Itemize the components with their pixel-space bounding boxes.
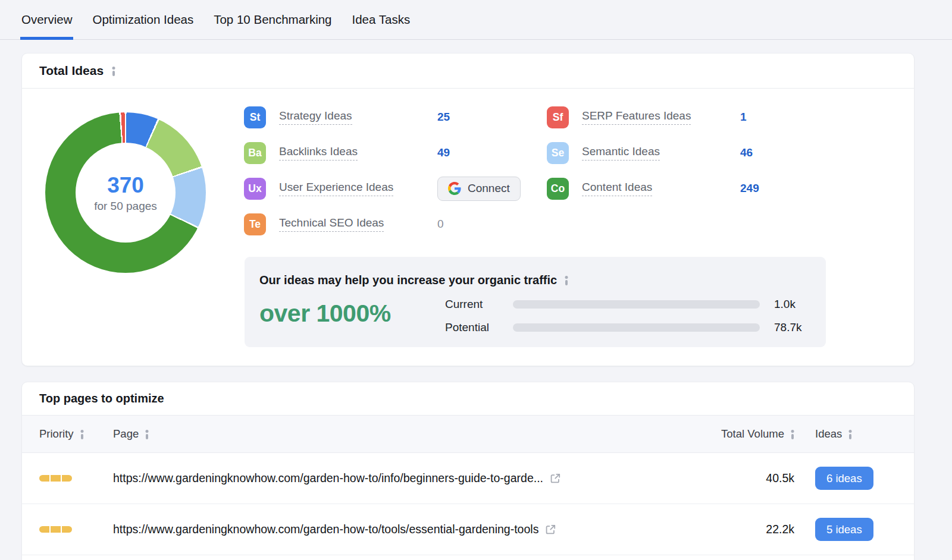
info-icon[interactable]	[790, 429, 794, 439]
total-volume-header-label: Total Volume	[721, 427, 784, 441]
total-volume-value: 40.5k	[766, 471, 794, 485]
info-icon[interactable]	[111, 66, 115, 76]
ideas-header-label: Ideas	[815, 427, 842, 441]
page-header-label: Page	[113, 427, 139, 441]
total-ideas-body: 370 for 50 pages St Strategy Ideas 25 Ba…	[22, 89, 914, 366]
serp-features-ideas-count: 1	[740, 111, 747, 124]
traffic-heading: Our ideas may help you increase your org…	[259, 273, 568, 287]
page-url-link[interactable]: https://www.gardeningknowhow.com/garden-…	[113, 523, 538, 536]
current-bar-track	[513, 300, 760, 309]
semantic-ideas-link[interactable]: Semantic Ideas	[582, 145, 660, 161]
priority-indicator	[39, 475, 72, 482]
semantic-ideas-count: 46	[740, 146, 753, 159]
strategy-ideas-count: 25	[437, 111, 450, 124]
current-traffic-row: Current 1.0k	[445, 292, 801, 316]
donut-subtitle: for 50 pages	[94, 200, 157, 213]
donut-center: 370 for 50 pages	[76, 143, 176, 243]
backlinks-ideas-link[interactable]: Backlinks Ideas	[279, 145, 358, 161]
potential-value: 78.7k	[774, 321, 801, 334]
serp-features-ideas-badge: Sf	[547, 106, 569, 128]
info-icon[interactable]	[564, 275, 568, 285]
priority-indicator	[39, 526, 72, 533]
content-ideas-count: 249	[740, 182, 759, 195]
traffic-heading-text: Our ideas may help you increase your org…	[259, 273, 557, 287]
page-url-link[interactable]: https://www.gardeningknowhow.com/garden-…	[113, 471, 543, 485]
connect-button-label: Connect	[468, 182, 510, 195]
connect-google-button[interactable]: Connect	[437, 177, 521, 201]
technical-seo-ideas-badge: Te	[244, 213, 266, 235]
traffic-increase-highlight: over 1000%	[259, 300, 391, 328]
table-row: https://www.gardeningknowhow.com/garden-…	[22, 504, 914, 555]
ideas-count-button[interactable]: 5 ideas	[815, 518, 873, 541]
table-row: https://www.gardeningknowhow.com/garden-…	[22, 453, 914, 504]
potential-label: Potential	[445, 321, 513, 334]
potential-bar-track	[513, 323, 760, 332]
strategy-ideas-link[interactable]: Strategy Ideas	[279, 109, 352, 125]
strategy-ideas-badge: St	[244, 106, 266, 128]
info-icon[interactable]	[848, 429, 852, 439]
donut-total-value: 370	[107, 173, 144, 198]
external-link-icon[interactable]	[549, 472, 562, 485]
column-header-total-volume: Total Volume	[705, 427, 794, 441]
legend-column-right: Sf SERP Features Ideas 1 Se Semantic Ide…	[547, 99, 759, 206]
semantic-ideas-badge: Se	[547, 142, 569, 164]
user-experience-ideas-badge: Ux	[244, 178, 266, 200]
google-logo-icon	[448, 182, 461, 195]
backlinks-ideas-count: 49	[437, 146, 450, 159]
total-ideas-header: Total Ideas	[22, 54, 914, 89]
top-pages-header: Top pages to optimize	[22, 382, 914, 415]
ideas-count-button[interactable]: 6 ideas	[815, 467, 873, 490]
legend-item-technical-seo: Te Technical SEO Ideas 0	[244, 206, 521, 242]
traffic-bars: Current 1.0k Potential 78.7k	[445, 292, 801, 339]
organic-traffic-panel: Our ideas may help you increase your org…	[245, 257, 826, 347]
total-ideas-card: Total Ideas 370 for 50 pages St Strategy…	[21, 53, 915, 366]
table-header-row: Priority Page Total Volume Ideas	[22, 415, 914, 453]
legend-item-content: Co Content Ideas 249	[547, 171, 759, 206]
priority-header-label: Priority	[39, 427, 74, 441]
info-icon[interactable]	[145, 429, 149, 439]
total-ideas-title: Total Ideas	[39, 64, 104, 78]
ideas-donut-chart: 370 for 50 pages	[45, 112, 206, 273]
legend-item-semantic: Se Semantic Ideas 46	[547, 135, 759, 171]
current-label: Current	[445, 298, 513, 311]
potential-traffic-row: Potential 78.7k	[445, 316, 801, 339]
legend-item-serp-features: Sf SERP Features Ideas 1	[547, 99, 759, 135]
technical-seo-ideas-count: 0	[437, 218, 444, 231]
column-header-page: Page	[113, 427, 705, 441]
content-ideas-link[interactable]: Content Ideas	[582, 181, 652, 196]
column-header-priority: Priority	[39, 427, 113, 441]
tab-optimization-ideas[interactable]: Optimization Ideas	[92, 0, 193, 39]
tab-idea-tasks[interactable]: Idea Tasks	[352, 0, 411, 39]
tab-bar: Overview Optimization Ideas Top 10 Bench…	[0, 0, 952, 40]
legend-item-user-experience: Ux User Experience Ideas Connect	[244, 171, 521, 206]
content-ideas-badge: Co	[547, 178, 569, 200]
info-icon[interactable]	[80, 429, 84, 439]
serp-features-ideas-link[interactable]: SERP Features Ideas	[582, 109, 691, 125]
legend-column-left: St Strategy Ideas 25 Ba Backlinks Ideas …	[244, 99, 521, 242]
legend-item-strategy: St Strategy Ideas 25	[244, 99, 521, 135]
user-experience-ideas-link[interactable]: User Experience Ideas	[279, 181, 393, 196]
tab-overview[interactable]: Overview	[21, 0, 72, 39]
top-pages-card: Top pages to optimize Priority Page Tota…	[21, 382, 915, 560]
current-value: 1.0k	[774, 298, 796, 311]
total-volume-value: 22.2k	[766, 523, 794, 536]
top-pages-title: Top pages to optimize	[39, 392, 164, 405]
external-link-icon[interactable]	[544, 523, 557, 536]
column-header-ideas: Ideas	[815, 427, 897, 441]
backlinks-ideas-badge: Ba	[244, 142, 266, 164]
technical-seo-ideas-link[interactable]: Technical SEO Ideas	[279, 216, 384, 232]
legend-item-backlinks: Ba Backlinks Ideas 49	[244, 135, 521, 171]
tab-top-10-benchmarking[interactable]: Top 10 Benchmarking	[214, 0, 331, 39]
